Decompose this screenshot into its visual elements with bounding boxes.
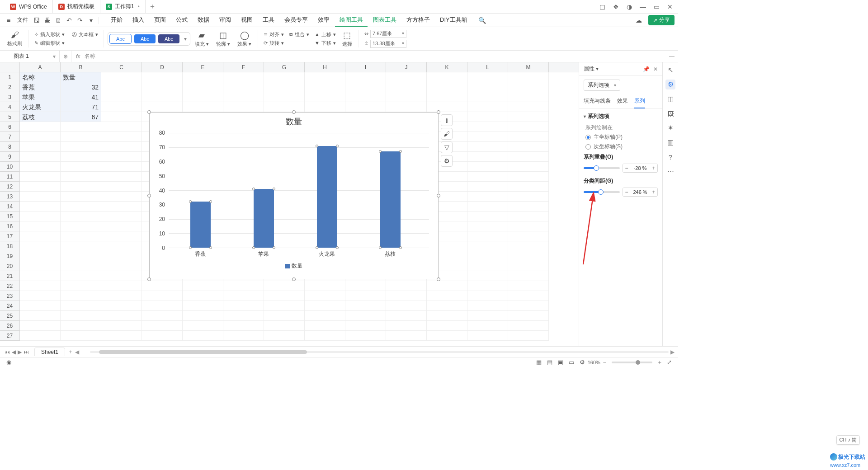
cell[interactable] [508,162,549,172]
row-header[interactable]: 14 [0,202,20,212]
cell[interactable] [467,331,508,341]
series-options-combo[interactable]: 系列选项 [584,80,620,91]
menu-数据[interactable]: 数据 [193,14,214,27]
cell[interactable] [223,281,264,291]
menu-页面[interactable]: 页面 [150,14,170,27]
cell[interactable] [101,172,142,182]
cell[interactable] [142,291,183,301]
horizontal-scrollbar[interactable] [90,349,669,355]
cell[interactable] [427,321,467,331]
cell[interactable] [508,92,549,102]
align-button[interactable]: ≣对齐 ▾ [262,31,286,38]
cell[interactable] [61,182,101,192]
cell[interactable] [345,102,386,112]
rail-settings-icon[interactable]: ⚙ [665,80,675,89]
cell[interactable] [386,301,427,311]
select-all-corner[interactable] [0,62,20,72]
cell[interactable] [101,321,142,331]
cell[interactable] [305,301,345,311]
cell[interactable] [305,331,345,341]
cell[interactable] [467,321,508,331]
row-header[interactable]: 5 [0,112,20,122]
maximize-icon[interactable]: ▭ [653,3,660,10]
cell[interactable] [467,251,508,261]
zoom-value[interactable]: 160% [588,360,600,365]
cell[interactable] [427,72,467,82]
rail-select-icon[interactable]: ↖ [665,65,675,75]
cell[interactable] [183,331,223,341]
chevron-down-icon[interactable]: ▾ [86,15,96,25]
chart-object[interactable]: 数量 01020304050607080 香蕉苹果火龙果荔枝 数量 [149,112,439,279]
cell[interactable] [61,162,101,172]
cell[interactable] [20,311,61,321]
undo-icon[interactable]: ↶ [64,15,74,25]
cell[interactable] [101,271,142,281]
cell[interactable] [61,261,101,271]
cell[interactable] [183,301,223,311]
textbox-button[interactable]: Ⓐ文本框 ▾ [70,31,100,38]
cell[interactable] [20,261,61,271]
expand-fx-icon[interactable]: ⊕ [60,51,71,62]
cell[interactable] [305,92,345,102]
cell[interactable] [223,321,264,331]
hamburger-icon[interactable]: ≡ [4,15,14,25]
cell[interactable] [427,331,467,341]
cell[interactable] [183,281,223,291]
cell[interactable] [467,291,508,301]
sheet-tab[interactable]: Sheet1 [34,348,65,356]
cell[interactable] [61,271,101,281]
cell[interactable] [264,72,305,82]
cell[interactable]: 名称 [20,72,61,82]
save-icon[interactable]: 🖫 [32,15,42,25]
gap-slider[interactable] [584,191,620,193]
cell[interactable] [386,82,427,92]
cell[interactable] [61,241,101,251]
cell[interactable] [345,82,386,92]
cell[interactable] [101,142,142,152]
cell[interactable] [467,72,508,82]
view-page-icon[interactable]: ▤ [544,359,555,366]
cell[interactable] [345,291,386,301]
cell[interactable] [508,122,549,132]
chevron-down-icon[interactable]: ▾ [182,36,189,42]
cell[interactable] [467,192,508,202]
cell[interactable]: 32 [61,82,101,92]
cell[interactable] [345,281,386,291]
cell[interactable] [467,162,508,172]
close-icon[interactable]: ✕ [666,3,674,10]
cell[interactable] [20,152,61,162]
cell[interactable] [305,72,345,82]
menu-工具[interactable]: 工具 [258,14,279,27]
cell[interactable] [142,82,183,92]
fullscreen-icon[interactable]: ⤢ [664,359,675,366]
cell[interactable] [101,261,142,271]
cell[interactable] [345,301,386,311]
menu-审阅[interactable]: 审阅 [215,14,236,27]
scroll-right-icon[interactable]: ▶ [669,349,676,355]
menu-图表工具[interactable]: 图表工具 [368,14,401,27]
view-break-icon[interactable]: ▣ [555,359,566,366]
cell[interactable] [61,152,101,162]
cell[interactable] [427,281,467,291]
cell[interactable] [467,102,508,112]
cell[interactable] [101,301,142,311]
cell[interactable] [20,212,61,221]
cell[interactable] [101,132,142,142]
cell[interactable] [467,212,508,221]
cell[interactable] [508,142,549,152]
style-chip-3[interactable]: Abc [158,34,179,43]
cell[interactable] [142,301,183,311]
cell[interactable]: 苹果 [20,92,61,102]
cell[interactable] [20,162,61,172]
rail-help-icon[interactable]: ? [665,152,675,162]
cell[interactable] [264,102,305,112]
cell[interactable] [264,291,305,301]
cell[interactable] [20,221,61,231]
cell[interactable] [467,132,508,142]
move-up-button[interactable]: ▲上移 ▾ [313,31,338,38]
cell[interactable] [101,241,142,251]
col-header[interactable]: I [345,62,386,72]
fill-button[interactable]: ▰填充 ▾ [192,29,212,48]
cell[interactable] [508,212,549,221]
overlap-slider[interactable] [584,167,620,169]
